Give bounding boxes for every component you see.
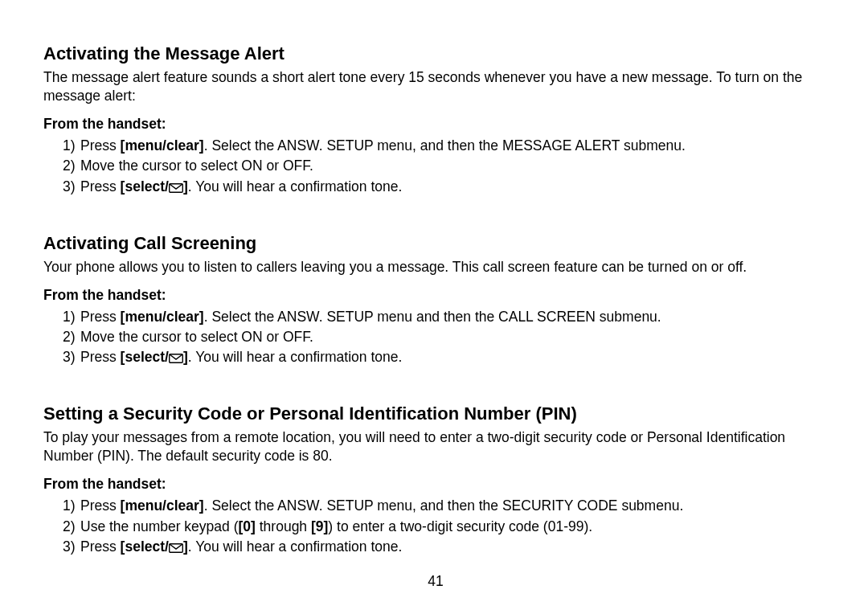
- intro-message-alert: The message alert feature sounds a short…: [43, 68, 828, 105]
- step-1: 1)Press [menu/clear]. Select the ANSW. S…: [63, 497, 828, 515]
- step-text: through: [256, 518, 311, 534]
- subhead-handset-2: From the handset:: [43, 286, 828, 305]
- step-text: . You will hear a confirmation tone.: [188, 349, 403, 365]
- step-1: 1)Press [menu/clear]. Select the ANSW. S…: [63, 137, 828, 155]
- key-menu-clear: [menu/clear]: [121, 137, 204, 154]
- step-text: Press: [80, 178, 121, 194]
- step-1: 1)Press [menu/clear]. Select the ANSW. S…: [63, 308, 828, 326]
- step-number: 1): [63, 497, 80, 515]
- envelope-icon: [169, 543, 183, 553]
- step-3: 3)Press [select/]. You will hear a confi…: [63, 348, 828, 366]
- step-text: . Select the ANSW. SETUP menu, and then …: [204, 497, 684, 514]
- step-number: 1): [63, 308, 80, 326]
- step-2: 2)Move the cursor to select ON or OFF.: [63, 328, 828, 346]
- step-number: 3): [63, 538, 80, 556]
- key-select: [select/]: [121, 538, 188, 555]
- step-text: . You will hear a confirmation tone.: [188, 538, 403, 555]
- step-text: Use the number keypad (: [80, 518, 239, 534]
- step-3: 3)Press [select/]. You will hear a confi…: [63, 178, 828, 196]
- step-number: 3): [63, 348, 80, 366]
- steps-security-code: 1)Press [menu/clear]. Select the ANSW. S…: [43, 497, 828, 555]
- step-text: . Select the ANSW. SETUP menu, and then …: [204, 137, 686, 154]
- heading-message-alert: Activating the Message Alert: [43, 42, 828, 65]
- step-number: 2): [63, 328, 80, 346]
- step-2: 2)Move the cursor to select ON or OFF.: [63, 157, 828, 175]
- step-number: 2): [63, 157, 80, 175]
- key-select: [select/]: [121, 178, 188, 194]
- step-text: Move the cursor to select ON or OFF.: [80, 158, 313, 174]
- subhead-handset-1: From the handset:: [43, 115, 828, 133]
- key-zero: [0]: [239, 518, 256, 534]
- envelope-icon: [169, 354, 183, 363]
- step-text: Move the cursor to select ON or OFF.: [80, 329, 313, 345]
- step-text: Press: [80, 309, 121, 325]
- envelope-icon: [169, 183, 183, 193]
- steps-call-screening: 1)Press [menu/clear]. Select the ANSW. S…: [43, 308, 828, 366]
- step-text: Press: [80, 497, 121, 514]
- heading-call-screening: Activating Call Screening: [43, 231, 828, 255]
- page-number: 41: [43, 572, 828, 591]
- step-text: Press: [80, 538, 121, 555]
- step-number: 3): [63, 178, 80, 196]
- step-text: . Select the ANSW. SETUP menu and then t…: [204, 309, 661, 325]
- step-number: 1): [63, 137, 80, 155]
- step-text: . You will hear a confirmation tone.: [188, 178, 403, 194]
- step-text: Press: [80, 349, 121, 365]
- step-3: 3)Press [select/]. You will hear a confi…: [63, 538, 828, 556]
- steps-message-alert: 1)Press [menu/clear]. Select the ANSW. S…: [43, 137, 828, 195]
- key-menu-clear: [menu/clear]: [121, 309, 204, 325]
- subhead-handset-3: From the handset:: [43, 475, 828, 493]
- intro-security-code: To play your messages from a remote loca…: [43, 428, 828, 465]
- step-text: Press: [80, 137, 121, 154]
- step-number: 2): [63, 518, 80, 536]
- step-2: 2)Use the number keypad ([0] through [9]…: [63, 518, 828, 536]
- heading-security-code: Setting a Security Code or Personal Iden…: [43, 402, 828, 425]
- step-text: ) to enter a two-digit security code (01…: [328, 518, 592, 534]
- key-select: [select/]: [121, 349, 188, 365]
- key-menu-clear: [menu/clear]: [121, 497, 204, 514]
- intro-call-screening: Your phone allows you to listen to calle…: [43, 258, 828, 276]
- key-nine: [9]: [311, 518, 328, 534]
